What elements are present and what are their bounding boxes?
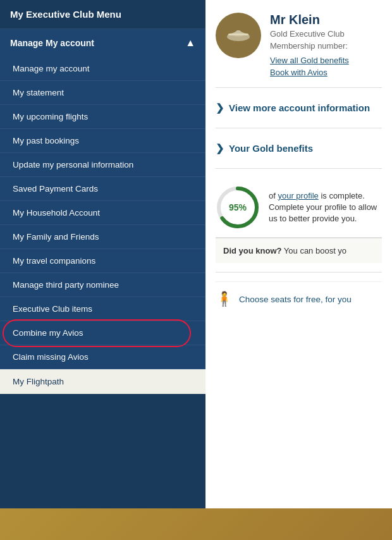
- avatar-logo: [219, 16, 257, 54]
- choose-seats-text: Choose seats for free, for you: [239, 295, 352, 304]
- sidebar-item-combine-avios[interactable]: Combine my Avios: [0, 321, 205, 345]
- progress-section: 95% of your profile is complete. Complet…: [216, 178, 382, 237]
- chevron-down-icon-2: ❯: [216, 142, 224, 154]
- gold-benefits-accordion[interactable]: ❯ Your Gold benefits: [216, 137, 382, 159]
- profile-tier: Gold Executive Club: [270, 29, 382, 39]
- profile-link[interactable]: your profile: [278, 191, 318, 200]
- menu-section: Manage My account ▲ Manage my account My…: [0, 29, 205, 369]
- right-panel: Mr Klein Gold Executive Club Membership …: [205, 0, 392, 508]
- sidebar-item-my-past-bookings[interactable]: My past bookings: [0, 129, 205, 153]
- menu-section-header[interactable]: Manage My account ▲: [0, 29, 205, 57]
- svg-rect-3: [228, 34, 248, 35]
- progress-text-before: of: [269, 191, 278, 200]
- profile-info: Mr Klein Gold Executive Club Membership …: [270, 13, 382, 77]
- page-wrapper: My Executive Club Menu Manage My account…: [0, 0, 392, 540]
- sidebar-item-executive-club-items[interactable]: Executive Club items: [0, 297, 205, 321]
- sidebar-item-my-statement[interactable]: My statement: [0, 81, 205, 105]
- gold-benefits-label: Your Gold benefits: [229, 143, 313, 154]
- sidebar-item-saved-payment-cards[interactable]: Saved Payment Cards: [0, 177, 205, 201]
- membership-number: Membership number:: [270, 41, 382, 51]
- did-you-know-text: You can boost yo: [281, 246, 346, 255]
- profile-section: Mr Klein Gold Executive Club Membership …: [216, 13, 382, 77]
- divider-2: [216, 128, 382, 128]
- main-content: My Executive Club Menu Manage My account…: [0, 0, 392, 508]
- seat-icon: 🧍: [216, 291, 233, 307]
- profile-completion-circle: 95%: [216, 185, 260, 230]
- divider-4: [216, 272, 382, 273]
- did-you-know-section: Did you know? You can boost yo: [216, 237, 382, 263]
- section-header-label: Manage My account: [10, 38, 94, 48]
- choose-seats-section: 🧍 Choose seats for free, for you: [216, 281, 382, 316]
- sidebar-item-my-upcoming-flights[interactable]: My upcoming flights: [0, 105, 205, 129]
- view-more-label: View more account information: [229, 102, 370, 113]
- chevron-down-icon: ❯: [216, 102, 224, 114]
- view-more-account-info-accordion[interactable]: ❯ View more account information: [216, 97, 382, 119]
- progress-percent-text: 95%: [229, 202, 247, 212]
- did-you-know-label: Did you know?: [223, 246, 281, 255]
- book-with-avios-link[interactable]: Book with Avios: [270, 68, 382, 77]
- profile-links: View all Gold benefits Book with Avios: [270, 56, 382, 77]
- sidebar-item-travel-companions[interactable]: My travel companions: [0, 249, 205, 273]
- combine-avios-label: Combine my Avios: [13, 328, 83, 338]
- sidebar-header: My Executive Club Menu: [0, 0, 205, 29]
- sidebar: My Executive Club Menu Manage My account…: [0, 0, 205, 508]
- divider-1: [216, 87, 382, 88]
- sidebar-item-update-personal-info[interactable]: Update my personal information: [0, 153, 205, 177]
- sidebar-item-claim-missing-avios[interactable]: Claim missing Avios: [0, 345, 205, 369]
- sidebar-item-third-party-nominee[interactable]: Manage third party nominee: [0, 273, 205, 297]
- profile-name: Mr Klein: [270, 13, 382, 27]
- sidebar-item-manage-my-account[interactable]: Manage my account: [0, 57, 205, 81]
- sidebar-item-household-account[interactable]: My Household Account: [0, 201, 205, 225]
- avatar: [216, 13, 261, 58]
- sidebar-item-my-flightpath[interactable]: My Flightpath: [0, 369, 205, 394]
- sidebar-item-family-friends[interactable]: My Family and Friends: [0, 225, 205, 249]
- view-gold-benefits-link[interactable]: View all Gold benefits: [270, 56, 382, 65]
- progress-description: of your profile is complete. Complete yo…: [269, 190, 382, 225]
- section-chevron-icon: ▲: [185, 37, 195, 49]
- divider-3: [216, 168, 382, 169]
